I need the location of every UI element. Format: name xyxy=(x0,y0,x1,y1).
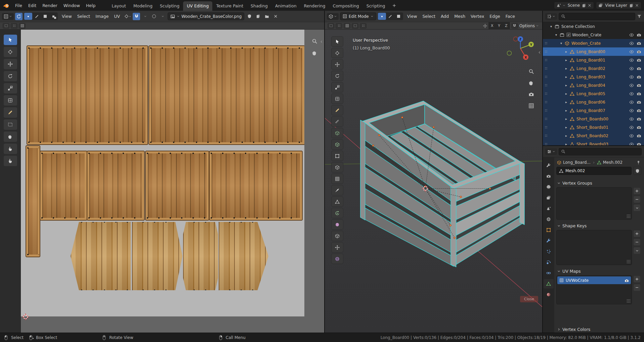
tab-object-properties[interactable] xyxy=(544,225,554,235)
viewport-camera-view-icon[interactable] xyxy=(528,91,534,97)
add-workspace-button[interactable] xyxy=(389,2,399,9)
uv-island[interactable] xyxy=(26,146,40,257)
uv-pinch-tool-button[interactable] xyxy=(3,155,17,166)
uv-island[interactable] xyxy=(40,151,87,220)
edge-select-mode-button[interactable] xyxy=(386,13,394,20)
close-overlay-button[interactable]: Close xyxy=(520,296,538,302)
outliner-row[interactable]: Long_Board02 xyxy=(543,64,644,73)
uv-island-select-mode-button[interactable] xyxy=(49,13,57,20)
eye-icon[interactable] xyxy=(629,91,635,96)
camera-icon[interactable] xyxy=(637,41,642,46)
add-uv-map-button[interactable] xyxy=(633,275,641,283)
viewport-menu-item[interactable]: Face xyxy=(503,12,518,20)
tab-tool-properties[interactable] xyxy=(544,161,554,170)
uv-proportional-falloff-dropdown[interactable] xyxy=(159,13,166,20)
camera-icon[interactable] xyxy=(637,100,642,105)
uv-island[interactable] xyxy=(149,46,304,144)
camera-icon[interactable] xyxy=(637,125,642,130)
menubar-item[interactable]: Render xyxy=(39,2,60,9)
disclosure-icon[interactable] xyxy=(565,117,570,121)
options-dropdown[interactable]: Options xyxy=(519,24,539,28)
uv-tweak-tool-button[interactable] xyxy=(3,34,17,45)
camera-icon[interactable] xyxy=(637,83,642,88)
disclosure-icon[interactable] xyxy=(565,67,570,70)
menubar-item[interactable]: File xyxy=(12,2,25,9)
outliner-row[interactable]: Long_Board01 xyxy=(543,56,644,64)
uv-rotate-tool-button[interactable] xyxy=(3,71,17,82)
rotate-tool-button[interactable] xyxy=(331,71,343,81)
uv-snap-toggle[interactable] xyxy=(133,13,140,20)
menubar-item[interactable]: Edit xyxy=(25,2,39,9)
uv-rip-region-tool-button[interactable] xyxy=(3,119,17,130)
edge-slide-tool-button[interactable] xyxy=(331,231,343,241)
uv-face-select-mode-button[interactable] xyxy=(41,13,49,20)
gizmo-neg-y-axis[interactable] xyxy=(507,51,512,55)
snap-setting-icon[interactable] xyxy=(511,23,518,29)
uv-scale-tool-button[interactable] xyxy=(3,83,17,94)
viewport-ortho-toggle-icon[interactable] xyxy=(528,103,534,109)
uv-tool-setting-3-button[interactable] xyxy=(19,23,26,29)
vertex-group-specials-button[interactable] xyxy=(633,204,641,212)
annotate-tool-button[interactable] xyxy=(331,105,343,115)
disclosure-icon[interactable] xyxy=(565,50,570,53)
bevel-tool-button[interactable] xyxy=(331,162,343,173)
extrude-tool-button[interactable] xyxy=(331,139,343,150)
disclosure-icon[interactable] xyxy=(565,83,570,87)
camera-icon[interactable] xyxy=(637,33,642,37)
crate-model[interactable] xyxy=(325,30,542,332)
gizmo-neg-x-axis[interactable] xyxy=(514,37,518,41)
uv-edge-select-mode-button[interactable] xyxy=(33,13,41,20)
breadcrumb-mesh-label[interactable]: Mesh.002 xyxy=(603,160,622,165)
camera-icon[interactable] xyxy=(637,49,642,54)
camera-icon[interactable] xyxy=(637,91,642,96)
select-tool-setting-5-button[interactable] xyxy=(360,23,367,29)
new-scene-icon[interactable] xyxy=(582,3,586,8)
camera-icon[interactable] xyxy=(637,117,642,121)
move-tool-button[interactable] xyxy=(331,59,343,70)
select-tool-setting-1-button[interactable] xyxy=(328,23,334,29)
tab-view-layer-properties[interactable] xyxy=(544,193,554,202)
tweak-tool-button[interactable] xyxy=(331,36,343,47)
new-image-button[interactable] xyxy=(254,13,262,20)
menubar-item[interactable]: Window xyxy=(60,2,83,9)
uv-proportional-edit-toggle[interactable] xyxy=(150,13,158,20)
poly-build-tool-button[interactable] xyxy=(331,196,343,207)
eye-icon[interactable] xyxy=(629,41,635,46)
camera-icon[interactable] xyxy=(637,58,642,63)
eye-icon[interactable] xyxy=(629,49,635,54)
shrink-fatten-tool-button[interactable] xyxy=(331,242,343,253)
disclosure-icon[interactable] xyxy=(565,75,570,79)
uv-tool-setting-2-button[interactable] xyxy=(11,23,17,29)
workspace-tab[interactable]: Modeling xyxy=(130,1,156,11)
unlink-scene-icon[interactable] xyxy=(588,3,592,7)
uv-island[interactable] xyxy=(27,46,147,144)
uv-maps-header[interactable]: UV Maps xyxy=(556,268,641,275)
tab-render-properties[interactable] xyxy=(544,172,554,181)
workspace-tab[interactable]: UV Editing xyxy=(183,1,212,11)
editor-type-3d-button[interactable] xyxy=(327,13,339,20)
eye-icon[interactable] xyxy=(629,134,635,138)
eye-icon[interactable] xyxy=(629,108,635,113)
editor-type-properties-button[interactable] xyxy=(545,148,557,155)
workspace-tab[interactable]: Shading xyxy=(247,1,271,11)
outliner-row[interactable]: Long_Board06 xyxy=(543,98,644,106)
shape-keys-header[interactable]: Shape Keys xyxy=(556,223,641,230)
outliner-row[interactable]: Long_Board04 xyxy=(543,81,644,89)
uv-cursor-tool-button[interactable] xyxy=(3,46,17,58)
workspace-tab[interactable]: Layout xyxy=(108,1,130,11)
eye-icon[interactable] xyxy=(629,58,635,63)
new-view-layer-icon[interactable] xyxy=(629,3,634,8)
uv-map-render-icon[interactable] xyxy=(625,278,629,283)
uv-editor-menu-item[interactable]: View xyxy=(59,12,75,20)
uv-sync-selection-toggle[interactable] xyxy=(15,13,23,20)
inset-faces-tool-button[interactable] xyxy=(331,151,343,161)
uv-transform-tool-button[interactable] xyxy=(3,95,17,106)
uv-island[interactable] xyxy=(146,151,209,220)
pin-id-icon[interactable] xyxy=(636,160,641,165)
remove-view-layer-icon[interactable] xyxy=(635,3,639,7)
camera-icon[interactable] xyxy=(637,66,642,71)
loop-cut-tool-button[interactable] xyxy=(331,174,343,184)
shape-key-specials-button[interactable] xyxy=(633,247,641,254)
disclosure-icon[interactable] xyxy=(565,58,570,62)
remove-vertex-group-button[interactable] xyxy=(633,196,641,203)
